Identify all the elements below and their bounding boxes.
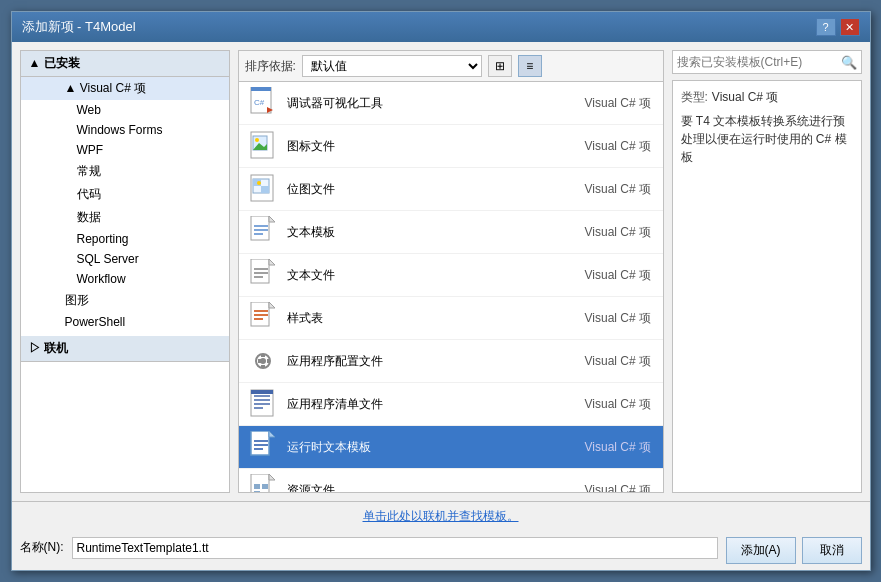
- template-type-1: Visual C# 项: [585, 95, 655, 112]
- tree-item-data[interactable]: 数据: [21, 206, 229, 229]
- template-icon-7: [247, 345, 279, 377]
- add-button[interactable]: 添加(A): [726, 537, 796, 564]
- template-name-9: 运行时文本模板: [287, 439, 577, 456]
- template-icon-6: [247, 302, 279, 334]
- dialog-body: ▲ 已安装 ▲ Visual C# 项 Web Windows Forms WP…: [12, 42, 870, 501]
- tree-item-visual-cs[interactable]: ▲ Visual C# 项: [21, 77, 229, 100]
- template-icon-4: [247, 216, 279, 248]
- tree-item-wpf[interactable]: WPF: [21, 140, 229, 160]
- template-item-9[interactable]: 运行时文本模板 Visual C# 项: [239, 426, 663, 469]
- template-name-8: 应用程序清单文件: [287, 396, 577, 413]
- sort-select[interactable]: 默认值: [302, 55, 482, 77]
- info-type-value: Visual C# 项: [712, 89, 778, 106]
- template-item-2[interactable]: 图标文件 Visual C# 项: [239, 125, 663, 168]
- info-type-row: 类型: Visual C# 项: [681, 89, 853, 106]
- list-view-button[interactable]: ≡: [518, 55, 542, 77]
- template-icon-1: C#: [247, 87, 279, 119]
- svg-text:C#: C#: [254, 98, 265, 107]
- svg-marker-21: [269, 259, 275, 265]
- svg-rect-1: [251, 87, 271, 91]
- name-label: 名称(N):: [20, 539, 64, 556]
- dialog-title: 添加新项 - T4Model: [22, 18, 136, 36]
- tree-item-web[interactable]: Web: [21, 100, 229, 120]
- title-bar-buttons: ? ✕: [816, 18, 860, 36]
- name-input[interactable]: [72, 537, 718, 559]
- sort-label: 排序依据:: [245, 58, 296, 75]
- template-type-4: Visual C# 项: [585, 224, 655, 241]
- search-icon[interactable]: 🔍: [841, 55, 857, 70]
- close-button[interactable]: ✕: [840, 18, 860, 36]
- svg-rect-54: [254, 491, 260, 492]
- template-item-7[interactable]: 应用程序配置文件 Visual C# 项: [239, 340, 663, 383]
- template-item-4[interactable]: 文本模板 Visual C# 项: [239, 211, 663, 254]
- template-type-9: Visual C# 项: [585, 439, 655, 456]
- name-row: 名称(N): 添加(A) 取消: [20, 531, 862, 564]
- svg-rect-53: [262, 484, 268, 489]
- template-type-10: Visual C# 项: [585, 482, 655, 493]
- template-type-8: Visual C# 项: [585, 396, 655, 413]
- template-item-1[interactable]: C# 调试器可视化工具 Visual C# 项: [239, 82, 663, 125]
- template-item-10[interactable]: 资源文件 Visual C# 项: [239, 469, 663, 492]
- svg-rect-13: [251, 216, 269, 240]
- online-link[interactable]: 单击此处以联机并查找模板。: [363, 509, 519, 523]
- svg-rect-33: [261, 354, 265, 357]
- link-row: 单击此处以联机并查找模板。: [20, 508, 862, 525]
- tree-item-powershell[interactable]: PowerShell: [21, 312, 229, 332]
- cancel-button[interactable]: 取消: [802, 537, 862, 564]
- bottom-area: 单击此处以联机并查找模板。 名称(N): 添加(A) 取消: [12, 501, 870, 570]
- template-icon-5: [247, 259, 279, 291]
- svg-point-12: [257, 181, 261, 185]
- template-list-inner: C# 调试器可视化工具 Visual C# 项: [239, 82, 663, 492]
- svg-marker-45: [269, 431, 275, 437]
- svg-rect-35: [258, 359, 261, 363]
- tree-item-workflow[interactable]: Workflow: [21, 269, 229, 289]
- action-buttons: 添加(A) 取消: [726, 537, 862, 564]
- svg-rect-34: [261, 365, 265, 368]
- middle-panel: 排序依据: 默认值 ⊞ ≡ C#: [238, 50, 664, 493]
- svg-point-6: [255, 138, 259, 142]
- tree-item-sql-server[interactable]: SQL Server: [21, 249, 229, 269]
- template-icon-2: [247, 130, 279, 162]
- template-type-6: Visual C# 项: [585, 310, 655, 327]
- template-item-6[interactable]: 样式表 Visual C# 项: [239, 297, 663, 340]
- template-item-8[interactable]: 应用程序清单文件 Visual C# 项: [239, 383, 663, 426]
- info-type-label: 类型:: [681, 89, 708, 106]
- template-type-5: Visual C# 项: [585, 267, 655, 284]
- help-button[interactable]: ?: [816, 18, 836, 36]
- template-name-1: 调试器可视化工具: [287, 95, 577, 112]
- right-panel: 🔍 类型: Visual C# 项 要 T4 文本模板转换系统进行预处理以便在运…: [672, 50, 862, 493]
- search-input[interactable]: [677, 55, 841, 69]
- left-panel: ▲ 已安装 ▲ Visual C# 项 Web Windows Forms WP…: [20, 50, 230, 493]
- svg-marker-51: [269, 474, 275, 480]
- tree-item-windows-forms[interactable]: Windows Forms: [21, 120, 229, 140]
- template-name-3: 位图文件: [287, 181, 577, 198]
- online-section[interactable]: ▷ 联机: [21, 336, 229, 362]
- template-icon-3: [247, 173, 279, 205]
- tree-item-reporting[interactable]: Reporting: [21, 229, 229, 249]
- template-item-5[interactable]: 文本文件 Visual C# 项: [239, 254, 663, 297]
- template-type-2: Visual C# 项: [585, 138, 655, 155]
- title-bar: 添加新项 - T4Model ? ✕: [12, 12, 870, 42]
- template-type-3: Visual C# 项: [585, 181, 655, 198]
- svg-rect-43: [251, 431, 269, 455]
- tree-item-code[interactable]: 代码: [21, 183, 229, 206]
- grid-view-button[interactable]: ⊞: [488, 55, 512, 77]
- tree-item-common[interactable]: 常规: [21, 160, 229, 183]
- svg-rect-19: [251, 259, 269, 283]
- installed-section[interactable]: ▲ 已安装: [21, 51, 229, 77]
- svg-marker-27: [269, 302, 275, 308]
- template-name-10: 资源文件: [287, 482, 577, 493]
- svg-rect-11: [261, 186, 269, 193]
- tree-item-graphics[interactable]: 图形: [21, 289, 229, 312]
- template-name-4: 文本模板: [287, 224, 577, 241]
- template-list[interactable]: C# 调试器可视化工具 Visual C# 项: [239, 82, 663, 492]
- svg-rect-42: [251, 390, 273, 394]
- template-type-7: Visual C# 项: [585, 353, 655, 370]
- template-icon-10: [247, 474, 279, 492]
- middle-toolbar: 排序依据: 默认值 ⊞ ≡: [239, 51, 663, 82]
- template-item-3[interactable]: 位图文件 Visual C# 项: [239, 168, 663, 211]
- svg-marker-15: [269, 216, 275, 222]
- info-description: 要 T4 文本模板转换系统进行预处理以便在运行时使用的 C# 模板: [681, 112, 853, 166]
- template-name-6: 样式表: [287, 310, 577, 327]
- svg-rect-36: [267, 359, 270, 363]
